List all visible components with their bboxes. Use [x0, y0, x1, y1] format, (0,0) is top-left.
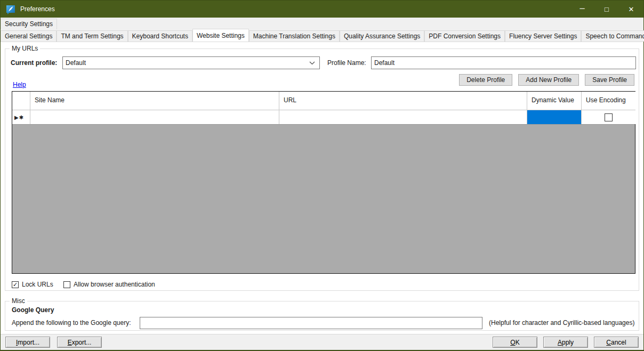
new-row-site-name-cell[interactable]: [30, 110, 279, 124]
column-header-use-encoding[interactable]: Use Encoding: [582, 92, 635, 110]
caption-buttons: ─ □ ✕: [570, 1, 643, 18]
current-profile-dropdown[interactable]: Default: [62, 56, 320, 69]
new-row-arrow-icon: ▶✱: [14, 115, 24, 120]
help-link[interactable]: Help: [13, 81, 26, 88]
new-row-use-encoding-cell[interactable]: [582, 110, 635, 124]
chevron-down-icon: [309, 59, 315, 67]
google-query-input[interactable]: [140, 317, 482, 329]
tab-keyboard-shortcuts[interactable]: Keyboard Shortcuts: [128, 30, 192, 42]
tab-general-settings[interactable]: General Settings: [1, 30, 57, 42]
add-new-profile-button[interactable]: Add New Profile: [518, 74, 579, 86]
misc-groupbox: Misc Google Query Append the following t…: [5, 301, 639, 331]
settings-tabstrip: Security Settings General Settings TM an…: [1, 18, 643, 42]
current-profile-value: Default: [66, 59, 86, 67]
preferences-window: Preferences ─ □ ✕ Security Settings Gene…: [0, 0, 644, 351]
delete-profile-button[interactable]: Delete Profile: [459, 74, 512, 86]
tab-machine-translation-settings[interactable]: Machine Translation Settings: [249, 30, 340, 42]
new-row-dynamic-value-cell-selected[interactable]: [527, 110, 582, 124]
profile-buttons: Delete Profile Add New Profile Save Prof…: [459, 74, 634, 86]
footer-bar: Import... Export... OK Apply Cancel: [1, 334, 643, 350]
my-urls-groupbox: My URLs Current profile: Default Profile…: [5, 48, 639, 291]
website-settings-page: My URLs Current profile: Default Profile…: [1, 42, 643, 334]
my-urls-group-label: My URLs: [10, 45, 40, 52]
lock-urls-label: Lock URLs: [22, 281, 53, 288]
fluency-app-icon: [5, 4, 16, 14]
profile-name-input[interactable]: [371, 56, 636, 69]
import-button[interactable]: Import...: [5, 337, 50, 348]
cancel-button[interactable]: Cancel: [594, 337, 639, 348]
apply-button[interactable]: Apply: [543, 337, 588, 348]
urls-grid[interactable]: Site Name URL Dynamic Value Use Encoding…: [12, 91, 635, 274]
tab-website-settings[interactable]: Website Settings: [192, 29, 249, 42]
ok-button[interactable]: OK: [493, 337, 537, 348]
query-hint-text: (Helpful for character and Cyrillic-base…: [489, 319, 634, 326]
column-header-dynamic-value[interactable]: Dynamic Value: [527, 92, 582, 110]
grid-new-row[interactable]: ▶✱: [12, 110, 635, 125]
new-row-indicator: ▶✱: [12, 110, 30, 124]
column-header-site-name[interactable]: Site Name: [30, 92, 279, 110]
lock-urls-option[interactable]: ✓ Lock URLs: [12, 281, 53, 288]
tab-speech-to-command-settings[interactable]: Speech to Command Settings: [581, 30, 644, 42]
tab-fluency-server-settings[interactable]: Fluency Server Settings: [505, 30, 581, 42]
google-query-heading: Google Query: [12, 306, 54, 314]
window-title: Preferences: [20, 5, 55, 13]
export-button[interactable]: Export...: [57, 337, 102, 348]
urls-grid-header: Site Name URL Dynamic Value Use Encoding: [12, 92, 635, 110]
new-row-url-cell[interactable]: [279, 110, 527, 124]
tab-security-settings[interactable]: Security Settings: [1, 19, 57, 29]
close-button[interactable]: ✕: [619, 1, 643, 18]
allow-browser-auth-option[interactable]: Allow browser authentication: [63, 281, 155, 288]
current-profile-label: Current profile:: [11, 59, 57, 67]
append-query-label: Append the following to the Google query…: [12, 319, 131, 326]
allow-browser-auth-label: Allow browser authentication: [74, 281, 155, 288]
use-encoding-checkbox[interactable]: [605, 113, 613, 121]
grid-corner-cell: [12, 92, 30, 110]
grid-empty-area: [12, 125, 635, 273]
footer-left-buttons: Import... Export...: [5, 337, 102, 348]
minimize-button[interactable]: ─: [570, 1, 594, 18]
tab-quality-assurance-settings[interactable]: Quality Assurance Settings: [340, 30, 424, 42]
allow-browser-auth-checkbox[interactable]: [63, 281, 70, 288]
save-profile-button[interactable]: Save Profile: [585, 74, 634, 86]
lock-urls-checkbox[interactable]: ✓: [12, 281, 19, 288]
titlebar: Preferences ─ □ ✕: [1, 1, 643, 18]
tab-pdf-conversion-settings[interactable]: PDF Conversion Settings: [424, 30, 505, 42]
maximize-button[interactable]: □: [594, 1, 619, 18]
column-header-url[interactable]: URL: [279, 92, 527, 110]
misc-group-label: Misc: [10, 297, 27, 305]
profile-name-label: Profile Name:: [327, 59, 366, 67]
footer-right-buttons: OK Apply Cancel: [493, 337, 639, 348]
tab-tm-and-term-settings[interactable]: TM and Term Settings: [57, 30, 127, 42]
